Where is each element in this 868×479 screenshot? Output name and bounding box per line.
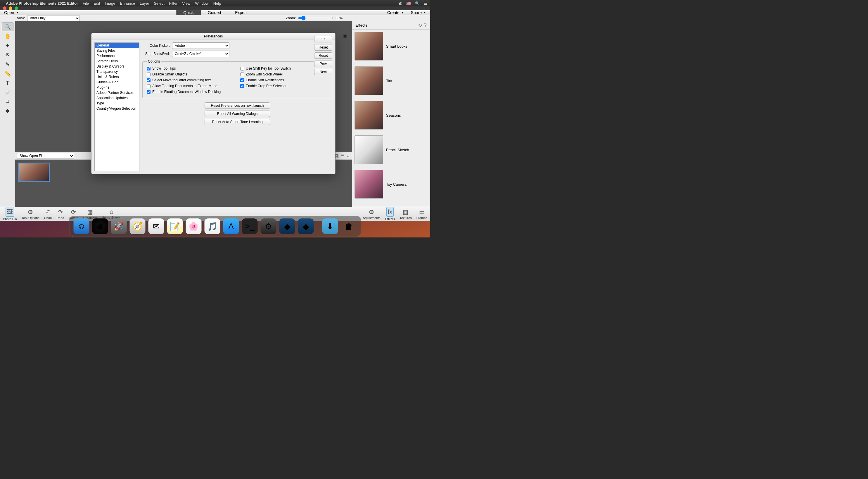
menu-file[interactable]: File: [83, 1, 89, 5]
dock-safari-icon[interactable]: 🧭: [130, 218, 146, 234]
dock-photos-icon[interactable]: 🌸: [186, 218, 202, 234]
mode-tab-quick[interactable]: Quick: [176, 10, 201, 15]
reset-button-2[interactable]: Reset: [314, 52, 332, 59]
flag-icon[interactable]: 🇺🇸: [406, 1, 411, 5]
prefs-category-saving-files[interactable]: Saving Files: [95, 48, 139, 53]
dock-mail-icon[interactable]: ✉: [149, 218, 164, 234]
move-tool[interactable]: ✥: [2, 107, 13, 116]
reset-preferences-on-next-launch-button[interactable]: Reset Preferences on next launch: [205, 102, 270, 109]
help-icon[interactable]: ?: [424, 23, 427, 28]
select-move-tool-after-committing-text-checkbox[interactable]: [147, 78, 151, 82]
prefs-category-scratch-disks[interactable]: Scratch Disks: [95, 59, 139, 64]
mode-tab-guided[interactable]: Guided: [201, 10, 228, 15]
share-button[interactable]: Share ▼: [411, 10, 426, 15]
mode-tab-expert[interactable]: Expert: [228, 10, 254, 15]
ok-button[interactable]: OK: [314, 36, 332, 42]
prefs-category-transparency[interactable]: Transparency: [95, 69, 139, 74]
menu-select[interactable]: Select: [154, 1, 164, 5]
minimize-window-button[interactable]: [9, 6, 12, 10]
prefs-category-country-region-selection[interactable]: Country/Region Selection: [95, 106, 139, 111]
maximize-window-button[interactable]: [14, 6, 18, 10]
close-document-button[interactable]: ✖: [343, 33, 347, 39]
dock-launchpad-icon[interactable]: 🚀: [111, 218, 127, 234]
prefs-category-display-cursors[interactable]: Display & Cursors: [95, 64, 139, 69]
quick-select-tool[interactable]: ✦: [2, 41, 13, 50]
reset-button[interactable]: Reset: [314, 44, 332, 51]
photo-bin-dropdown[interactable]: Show Open Files: [17, 153, 74, 159]
spotlight-icon[interactable]: 🔍: [415, 1, 420, 5]
effects-panel: Effects ⟲ ? Smart LooksTintSeasonsPencil…: [352, 21, 430, 207]
siri-status-icon[interactable]: ◐: [399, 1, 402, 5]
options-fieldset: Options Show Tool TipsUse Shift Key for …: [142, 59, 332, 98]
photo-bin-thumbnail[interactable]: [18, 162, 50, 182]
reset-icon[interactable]: ⟲: [418, 23, 422, 28]
reset-all-warning-dialogs-button[interactable]: Reset All Warning Dialogs: [205, 111, 270, 117]
reset-auto-smart-tone-learning-button[interactable]: Reset Auto Smart Tone Learning: [205, 119, 270, 125]
menu-edit[interactable]: Edit: [94, 1, 100, 5]
close-window-button[interactable]: [3, 6, 6, 10]
control-center-icon[interactable]: ☰: [424, 1, 427, 5]
hand-tool[interactable]: ✋: [2, 32, 13, 41]
prefs-category-application-updates[interactable]: Application Updates: [95, 95, 139, 100]
prefs-category-plug-ins[interactable]: Plug-Ins: [95, 85, 139, 90]
show-tool-tips-checkbox[interactable]: [147, 67, 151, 70]
menu-help[interactable]: Help: [213, 1, 221, 5]
dock-music-icon[interactable]: 🎵: [205, 218, 220, 234]
whiten-tool[interactable]: ✎: [2, 60, 13, 69]
checkbox-row: Disable Smart Objects: [147, 72, 235, 76]
create-button[interactable]: Create ▼: [387, 10, 404, 15]
prefs-category-type[interactable]: Type: [95, 100, 139, 106]
disable-smart-objects-checkbox[interactable]: [147, 72, 151, 76]
dock-pse-2-icon[interactable]: ◆: [298, 218, 314, 234]
caret-down-icon: ▼: [401, 11, 404, 14]
step-back-fwd-dropdown[interactable]: Cmd+Z / Cmd+Y: [172, 51, 229, 57]
list-view-icon[interactable]: ☰: [340, 153, 345, 158]
open-button[interactable]: Open ▼: [4, 10, 19, 15]
text-tool[interactable]: T: [2, 79, 13, 87]
menu-window[interactable]: Window: [195, 1, 208, 5]
next-button[interactable]: Next: [314, 69, 332, 75]
enable-soft-notifications-checkbox[interactable]: [240, 78, 244, 82]
menu-image[interactable]: Image: [105, 1, 115, 5]
menu-layer[interactable]: Layer: [140, 1, 149, 5]
allow-floating-documents-in-expert-mode-checkbox[interactable]: [147, 84, 151, 88]
effect-item[interactable]: Pencil Sketch: [354, 136, 428, 164]
crop-tool[interactable]: ⌗: [2, 97, 13, 106]
view-label: View:: [17, 16, 25, 20]
view-dropdown[interactable]: After Only: [27, 15, 80, 21]
color-picker-dropdown[interactable]: Adobe: [172, 42, 229, 49]
straighten-tool[interactable]: 📏: [2, 69, 13, 78]
prefs-category-general[interactable]: General: [95, 43, 139, 48]
dock-notes-icon[interactable]: 📝: [167, 218, 183, 234]
effect-item[interactable]: Smart Looks: [354, 32, 428, 61]
use-shift-key-for-tool-switch-checkbox[interactable]: [240, 67, 244, 70]
dock-finder-icon[interactable]: ☺: [74, 218, 89, 234]
prefs-category-performance[interactable]: Performance: [95, 53, 139, 59]
dock-appstore-icon[interactable]: A: [223, 218, 239, 234]
spot-heal-tool[interactable]: 🩹: [2, 88, 13, 97]
dock-siri-icon[interactable]: ◉: [92, 218, 108, 234]
dock-downloads-icon[interactable]: ⬇: [322, 218, 338, 234]
chevron-down-icon[interactable]: ⌄: [346, 153, 350, 158]
eye-tool[interactable]: 👁: [2, 51, 13, 59]
dock-pse-1-icon[interactable]: ◆: [279, 218, 295, 234]
prefs-category-guides-grid[interactable]: Guides & Grid: [95, 80, 139, 85]
zoom-tool[interactable]: 🔍: [2, 23, 13, 31]
dock-trash-icon[interactable]: 🗑: [341, 218, 357, 234]
menu-filter[interactable]: Filter: [169, 1, 178, 5]
enable-crop-pre-selection-checkbox[interactable]: [240, 84, 244, 88]
enable-floating-document-window-docking-checkbox[interactable]: [147, 90, 151, 94]
effect-item[interactable]: Toy Camera: [354, 170, 428, 199]
menu-view[interactable]: View: [182, 1, 190, 5]
prefs-category-adobe-partner-services[interactable]: Adobe Partner Services: [95, 90, 139, 95]
checkbox-label: Enable Floating Document Window Docking: [152, 90, 221, 94]
menu-enhance[interactable]: Enhance: [120, 1, 135, 5]
effect-item[interactable]: Seasons: [354, 101, 428, 129]
prev-button[interactable]: Prev: [314, 61, 332, 67]
zoom-with-scroll-wheel-checkbox[interactable]: [240, 72, 244, 76]
dock-settings-icon[interactable]: ⚙: [261, 218, 277, 234]
effect-item[interactable]: Tint: [354, 66, 428, 95]
dock-terminal-icon[interactable]: >_: [242, 218, 258, 234]
prefs-category-units-rulers[interactable]: Units & Rulers: [95, 74, 139, 80]
zoom-slider[interactable]: [298, 16, 333, 21]
